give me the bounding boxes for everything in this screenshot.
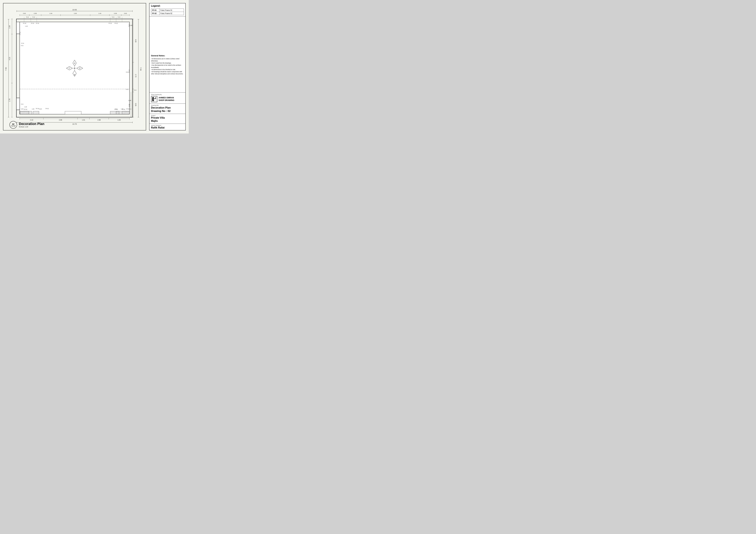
svg-text:0.82: 0.82 (124, 13, 127, 14)
svg-text:1.76: 1.76 (9, 98, 11, 102)
floor-plan-svg: 10.55 7.55 7.55 10.70 (3, 3, 146, 130)
svg-text:FF-02: FF-02 (115, 23, 118, 24)
legend-code-2: FF-02 (151, 12, 159, 15)
shop-drawing-label: Shop Drawing By: (151, 94, 184, 95)
legend-desc-1: Futec Frame 01 (159, 9, 184, 12)
designer-section: Interior Designer: Rafik Rafat (149, 124, 185, 130)
svg-text:2.05: 2.05 (128, 104, 130, 107)
svg-text:0.25: 0.25 (21, 108, 23, 110)
svg-text:1.26: 1.26 (32, 108, 34, 110)
svg-rect-136 (153, 97, 154, 99)
svg-text:FF-02: FF-02 (45, 108, 49, 109)
svg-text:1.83: 1.83 (118, 119, 121, 121)
svg-text:FF-02: FF-02 (23, 23, 26, 24)
svg-text:0.11: 0.11 (21, 45, 23, 46)
dim-left-total: 7.55 (5, 67, 7, 71)
drawing-title-section: Drawing title: Decoration Plan Drawing N… (149, 104, 185, 114)
svg-rect-135 (152, 97, 153, 101)
drawing-title-text: Decoration Plan (19, 122, 44, 126)
svg-text:2.65: 2.65 (74, 13, 77, 14)
company-logo-icon (151, 96, 157, 102)
drawing-number: 02 (12, 123, 14, 125)
svg-text:FF-02: FF-02 (24, 109, 27, 110)
svg-rect-26 (116, 111, 129, 114)
note-1: • All dimensions are in meters (Unless n… (151, 58, 184, 62)
svg-text:0.99: 0.99 (114, 13, 117, 14)
dim-right-total: 7.55 (140, 67, 142, 71)
svg-text:FF-02: FF-02 (21, 43, 24, 44)
project-section: Project : Private Villa Majlis (149, 114, 185, 124)
svg-text:FF-02: FF-02 (109, 23, 112, 24)
svg-text:1.01: 1.01 (82, 119, 85, 121)
company-name: AHMED OMRAN SHOP DRAWING (159, 96, 174, 102)
svg-text:3.55: 3.55 (135, 103, 137, 106)
legend-table: FF-01 Futec Frame 01 FF-02 Futec Frame 0… (151, 9, 184, 15)
legend-row-1: FF-01 Futec Frame 01 (151, 9, 184, 12)
company-line2: SHOP DRAWING (159, 99, 174, 102)
page: 10.55 7.55 7.55 10.70 (0, 0, 189, 134)
svg-text:FF-02: FF-02 (36, 108, 39, 109)
svg-text:0.85: 0.85 (130, 25, 132, 26)
svg-text:1.64: 1.64 (9, 25, 11, 29)
svg-text:A: A (74, 62, 75, 64)
svg-rect-134 (151, 96, 157, 102)
svg-text:1.19: 1.19 (24, 106, 27, 108)
svg-text:1.26: 1.26 (121, 108, 123, 110)
legend-row-2: FF-02 Futec Frame 02 (151, 12, 184, 15)
svg-text:0.11: 0.11 (26, 16, 29, 18)
legend-section: Legend: FF-01 Futec Frame 01 FF-02 Futec… (149, 3, 185, 16)
svg-text:1.48: 1.48 (128, 99, 131, 101)
svg-text:FF-02: FF-02 (128, 24, 130, 27)
svg-text:0.11: 0.11 (126, 89, 128, 90)
svg-text:1.19: 1.19 (25, 26, 28, 27)
shop-drawing-section: Shop Drawing By: AHMED OMRAN SHOP DRAWIN… (149, 93, 185, 104)
svg-text:0.11: 0.11 (32, 16, 35, 18)
dim-bottom-total: 10.70 (72, 123, 77, 125)
general-notes-title: General Notes: (151, 55, 184, 57)
legend-title: Legend: (151, 5, 184, 7)
svg-rect-21 (33, 111, 39, 114)
svg-text:0.11: 0.11 (115, 108, 117, 110)
drawing-code: P-GF-DP (11, 125, 16, 127)
svg-text:4.00: 4.00 (135, 39, 137, 42)
svg-rect-22 (65, 111, 81, 114)
general-notes-text: • All dimensions are in meters (Unless n… (151, 58, 184, 75)
svg-text:0.11: 0.11 (112, 16, 115, 18)
title-block: 02 P-GF-DP Decoration Plan SCALE 1:20 (10, 121, 44, 129)
svg-text:2.88: 2.88 (59, 119, 62, 121)
svg-text:FF-02: FF-02 (36, 23, 39, 24)
project-name: Private Villa Majlis (151, 116, 184, 123)
note-5: • All Drawings should be read in conjunc… (151, 71, 184, 75)
designer-label: Interior Designer: (151, 125, 184, 126)
note-3: • Any discrepancies to be noted to the a… (151, 64, 184, 68)
drawing-title-block: Decoration Plan SCALE 1:20 (19, 122, 44, 128)
svg-rect-18 (16, 98, 20, 110)
svg-rect-16 (16, 22, 20, 34)
legend-desc-2: Futec Frame 02 (159, 12, 184, 15)
drawing-scale: SCALE 1:20 (19, 126, 44, 128)
svg-text:4.15: 4.15 (9, 57, 11, 60)
project-label: Project : (151, 115, 184, 116)
drawing-title-main: Decoration Plan Drawing No : 02 (151, 106, 184, 113)
svg-text:0.82: 0.82 (23, 13, 26, 14)
spacer (149, 16, 185, 53)
svg-text:0.11: 0.11 (21, 103, 23, 105)
drawing-title-label: Drawing title: (151, 105, 184, 106)
note-4: • All dimensions to be checked on site. (151, 68, 184, 71)
general-notes-section: General Notes: • All dimensions are in m… (149, 53, 185, 93)
svg-text:FF-02: FF-02 (128, 69, 130, 73)
svg-text:B: B (74, 74, 75, 76)
legend-code-1: FF-01 (151, 9, 159, 12)
svg-text:2.73: 2.73 (135, 74, 137, 77)
svg-text:1.64: 1.64 (98, 13, 101, 14)
svg-text:C: C (69, 67, 70, 69)
drawing-number-box: 02 P-GF-DP (10, 121, 17, 129)
svg-text:FF-02: FF-02 (31, 23, 34, 24)
svg-text:0.11: 0.11 (129, 108, 131, 110)
drawing-area: 10.55 7.55 7.55 10.70 (0, 0, 149, 134)
svg-point-129 (74, 68, 75, 69)
svg-text:1.64: 1.64 (49, 13, 52, 14)
logo-container: AHMED OMRAN SHOP DRAWING (151, 96, 184, 102)
outer-border: 10.55 7.55 7.55 10.70 (3, 3, 146, 130)
svg-text:0.11: 0.11 (126, 71, 128, 73)
